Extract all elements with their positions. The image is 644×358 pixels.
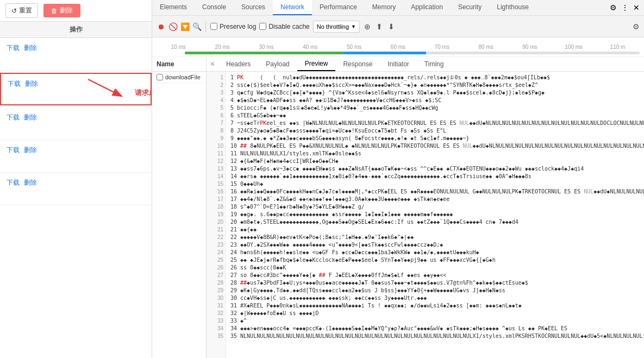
throttling-icon[interactable]: ⊕ [363, 22, 372, 31]
code-line-11: 11 NULNULNULNULX1/styles.xmlTK◆◆0sle◆◆$s [230, 150, 640, 158]
devtools-close-icon[interactable]: ✕ [633, 3, 640, 12]
ln-32: 32 [209, 310, 223, 317]
ln-7: 7 [209, 120, 223, 127]
chevron-down-icon: ▼ [351, 24, 356, 29]
code-line-28: 28 ##◆us7◆3PbdFI◆◆U;ys+◆◆◆0us◆◆ace◆◆◆◆◆J… [230, 279, 640, 287]
sub-tab-initiator[interactable]: Initiator [380, 58, 416, 71]
file-item-downloadfile[interactable]: downloadFile [152, 72, 206, 83]
code-line-21: 21 ◆◆{◆◆ [230, 226, 640, 234]
timeline-green-bar [185, 52, 344, 54]
devtools-more-icon[interactable]: ⋮ [621, 3, 629, 12]
devtools-controls: ⚙ ⋮ ✕ [605, 0, 644, 15]
delete-button[interactable]: 🗑 删除 [43, 4, 80, 17]
sub-tab-timing[interactable]: Timing [417, 58, 452, 71]
sub-tab-response[interactable]: Response [335, 58, 380, 71]
code-line-1: 1 PK ( ( nul◆◆dU◆◆◆◆◆◆◆◆◆◆◆◆◆◆◆◆◆◆◆◆◆◆◆◆… [230, 74, 640, 81]
sub-tab-preview[interactable]: Preview [297, 57, 336, 71]
item-3-actions: 下载 删除 [7, 113, 145, 122]
ln-26: 26 [209, 264, 223, 272]
ln-28: 28 [209, 279, 223, 287]
timeline-60ms: 60 ms [376, 44, 420, 50]
ln-33: 33 [209, 317, 223, 325]
ln-10: 10 [209, 142, 223, 150]
preserve-log-input[interactable] [210, 23, 217, 30]
tab-network[interactable]: Network [273, 0, 312, 15]
ln-20: 20 [209, 218, 223, 226]
timeline-90ms: 90 ms [508, 44, 552, 50]
download-link-2[interactable]: 下载 [8, 79, 21, 89]
file-checkbox[interactable] [157, 74, 163, 80]
code-line-22: 22 ◆◆◆◆◆V◆8B&R)◆◆ev◆tK<◆Po◆(;B◆sc;"1◆H◆◆… [230, 234, 640, 241]
close-sub-tab[interactable]: ✕ [207, 58, 218, 71]
devtools-settings-icon[interactable]: ⚙ [610, 3, 617, 12]
stop-icon[interactable]: 🚫 [168, 22, 177, 31]
timeline-bar: 10 ms 20 ms 30 ms 40 ms 50 ms 60 ms 70 m… [152, 37, 644, 57]
tab-memory[interactable]: Memory [365, 0, 403, 15]
disable-cache-input[interactable] [259, 23, 266, 30]
timeline-track [185, 52, 640, 54]
timeline-80ms: 80 ms [464, 44, 508, 50]
code-line-7: 7 ~ss◆eTrPKeel_es ◆◆s |W◆NLNULNUL◆NLNULN… [230, 120, 640, 127]
reset-button[interactable]: ↺ 重置 [5, 3, 38, 18]
delete-link-4[interactable]: 删除 [24, 146, 37, 155]
list-item-4: 下载 删除 [0, 140, 152, 173]
list-item-with-arrow: 下载 删除 请求成功返回的数据 [0, 73, 152, 105]
content-area: downloadFile 1 2 3 4 5 6 7 8 9 10 11 12 [152, 72, 644, 358]
timeline-labels: 10 ms 20 ms 30 ms 40 ms 50 ms 60 ms 70 m… [157, 44, 640, 50]
download-link-5[interactable]: 下载 [7, 178, 20, 187]
left-panel: ↺ 重置 🗑 删除 操作 下载 删除 下载 [0, 0, 152, 358]
ln-9: 9 [209, 135, 223, 142]
tab-lighthouse[interactable]: Lighthouse [489, 0, 536, 15]
top-bar: ↺ 重置 🗑 删除 [0, 0, 152, 22]
code-line-6: 6 sTEEL◆GS◆b◆◆~◆◆ [230, 112, 640, 120]
code-line-19: 19 ◆◆g◆. s.6◆◆p◆cc◆◆◆◆◆◆◆◆◆◆◆◆ ◆ssr◆◆◆◆◆… [230, 211, 640, 218]
code-line-25: 25 ◆◆ ◆JE◆j◆rR◆fbq◆$◆le◆◆Kcclock◆eE◆P◆◆◆… [230, 256, 640, 264]
download-link-3[interactable]: 下载 [7, 113, 20, 122]
tab-elements[interactable]: Elements [152, 0, 195, 15]
delete-link-5[interactable]: 删除 [24, 178, 37, 187]
tab-performance[interactable]: Performance [312, 0, 365, 15]
timeline-30ms: 30 ms [245, 44, 289, 50]
ln-30: 30 [209, 294, 223, 302]
ln-35: 35 [209, 332, 223, 340]
code-line-13: 13 ◆◆ss7◆6ps.◆v~3◆cc◆ ◆◆◆◆EW◆◆ss ◆◆◆Z◆Ns… [230, 165, 640, 173]
download-link-1[interactable]: 下载 [7, 43, 20, 53]
file-list: downloadFile [152, 72, 207, 358]
line-numbers: 1 2 3 4 5 6 7 8 9 10 11 12 13 14 15 16 1 [207, 72, 226, 358]
throttling-dropdown[interactable]: No throttling ▼ [313, 21, 360, 33]
delete-link-1[interactable]: 删除 [24, 43, 37, 53]
search-icon[interactable]: 🔍 [192, 22, 201, 31]
item-4-actions: 下载 删除 [7, 146, 145, 155]
delete-link-3[interactable]: 删除 [24, 113, 37, 122]
list-item-3: 下载 删除 [0, 108, 152, 140]
disable-cache-checkbox[interactable]: Disable cache [259, 23, 309, 30]
sub-tab-headers[interactable]: Headers [218, 58, 258, 71]
tab-console[interactable]: Console [195, 0, 234, 15]
tab-security[interactable]: Security [451, 0, 489, 15]
delete-link-2[interactable]: 删除 [25, 79, 38, 89]
divider-1 [205, 21, 206, 32]
item-5-actions: 下载 删除 [7, 178, 145, 187]
preserve-log-checkbox[interactable]: Preserve log [210, 23, 256, 30]
timeline-20ms: 20 ms [201, 44, 245, 50]
timeline-50ms: 50 ms [332, 44, 376, 50]
code-line-26: 26 ss 0◆◆scc(0◆◆K [230, 264, 640, 272]
tab-sources[interactable]: Sources [234, 0, 273, 15]
settings-gear-icon[interactable]: ⚙ [633, 22, 640, 31]
ln-12: 12 [209, 158, 223, 165]
response-content[interactable]: 1 2 3 4 5 6 7 8 9 10 11 12 13 14 15 16 1 [207, 72, 644, 358]
filter-icon[interactable]: 🔽 [180, 22, 189, 31]
preserve-log-label: Preserve log [220, 23, 256, 30]
sub-tab-payload[interactable]: Payload [258, 58, 297, 71]
ln-16: 16 [209, 188, 223, 196]
code-line-2: 2 ssc◆($)$eel◆◆V?◆I◆Q.◆◆◆◆uXh◆◆$sccX>=◆◆… [230, 81, 640, 89]
ln-22: 22 [209, 234, 223, 241]
item-1-actions: 下载 删除 [7, 43, 145, 53]
code-line-23: 23 ◆◆OY.◆2SX◆◆◆W◆◆ ◆◆◆◆◆4◆◆◆◆ <u"◆◆◆◆9<[… [230, 241, 640, 249]
record-icon[interactable]: ⏺ [157, 22, 165, 31]
tab-application[interactable]: Application [403, 0, 451, 15]
download-link-4[interactable]: 下载 [7, 146, 20, 155]
upload-icon[interactable]: ⬆ [375, 22, 384, 31]
download-icon[interactable]: ⬇ [387, 22, 396, 31]
arrow-label: 请求成功返回的数据 [135, 88, 152, 98]
